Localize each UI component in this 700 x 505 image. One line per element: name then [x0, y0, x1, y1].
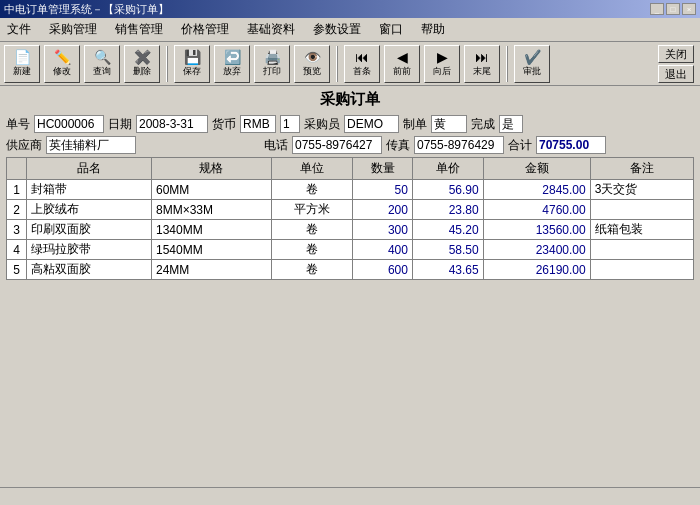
- next-label: 向后: [433, 65, 451, 78]
- maker-label: 制单: [403, 116, 427, 133]
- prev-button[interactable]: ◀ 前前: [384, 45, 420, 83]
- menu-params[interactable]: 参数设置: [310, 20, 364, 39]
- cell-unit: 卷: [271, 180, 353, 200]
- cell-unit: 卷: [271, 260, 353, 280]
- table-row[interactable]: 3 印刷双面胶 1340MM 卷 300 45.20 13560.00 纸箱包装: [7, 220, 694, 240]
- cell-spec: 1340MM: [152, 220, 272, 240]
- cell-qty: 400: [353, 240, 413, 260]
- delete-label: 删除: [133, 65, 151, 78]
- complete-input[interactable]: [499, 115, 523, 133]
- cell-amount: 13560.00: [483, 220, 590, 240]
- title-bar-controls: _ □ ×: [650, 3, 696, 15]
- order-no-label: 单号: [6, 116, 30, 133]
- col-header-no: [7, 158, 27, 180]
- maximize-button[interactable]: □: [666, 3, 680, 15]
- maker-input[interactable]: [431, 115, 467, 133]
- cell-unit: 卷: [271, 220, 353, 240]
- content-area: 采购订单 单号 日期 货币 采购员 制单 完成 供应商 电话 传真 合计: [0, 86, 700, 505]
- delete-button[interactable]: ✖️ 删除: [124, 45, 160, 83]
- buyer-input[interactable]: [344, 115, 399, 133]
- table-row[interactable]: 5 高粘双面胶 24MM 卷 600 43.65 26190.00: [7, 260, 694, 280]
- minimize-button[interactable]: _: [650, 3, 664, 15]
- search-button[interactable]: 🔍 查询: [84, 45, 120, 83]
- cell-no: 3: [7, 220, 27, 240]
- cell-qty: 300: [353, 220, 413, 240]
- approve-button[interactable]: ✔️ 审批: [514, 45, 550, 83]
- currency-rate-input[interactable]: [280, 115, 300, 133]
- close-button[interactable]: ×: [682, 3, 696, 15]
- cell-remark: [590, 200, 693, 220]
- preview-label: 预览: [303, 65, 321, 78]
- save-icon: 💾: [184, 50, 201, 64]
- sep2: [336, 46, 338, 82]
- new-button[interactable]: 📄 新建: [4, 45, 40, 83]
- new-label: 新建: [13, 65, 31, 78]
- cell-qty: 600: [353, 260, 413, 280]
- col-header-price: 单价: [412, 158, 483, 180]
- print-button[interactable]: 🖨️ 打印: [254, 45, 290, 83]
- cell-qty: 50: [353, 180, 413, 200]
- cancel-label: 放弃: [223, 65, 241, 78]
- col-header-qty: 数量: [353, 158, 413, 180]
- menu-window[interactable]: 窗口: [376, 20, 406, 39]
- window-title: 中电订单管理系统－【采购订单】: [4, 2, 169, 17]
- approve-icon: ✔️: [524, 50, 541, 64]
- currency-label: 货币: [212, 116, 236, 133]
- menu-sales[interactable]: 销售管理: [112, 20, 166, 39]
- first-label: 首条: [353, 65, 371, 78]
- form-row-1: 单号 日期 货币 采购员 制单 完成: [6, 115, 694, 133]
- menu-base[interactable]: 基础资料: [244, 20, 298, 39]
- total-label: 合计: [508, 137, 532, 154]
- col-header-name: 品名: [27, 158, 152, 180]
- save-label: 保存: [183, 65, 201, 78]
- fax-input[interactable]: [414, 136, 504, 154]
- preview-icon: 👁️: [304, 50, 321, 64]
- cell-qty: 200: [353, 200, 413, 220]
- supplier-input[interactable]: [46, 136, 136, 154]
- prev-label: 前前: [393, 65, 411, 78]
- menu-file[interactable]: 文件: [4, 20, 34, 39]
- table-row[interactable]: 4 绿玛拉胶带 1540MM 卷 400 58.50 23400.00: [7, 240, 694, 260]
- order-no-input[interactable]: [34, 115, 104, 133]
- edit-button[interactable]: ✏️ 修改: [44, 45, 80, 83]
- phone-label: 电话: [264, 137, 288, 154]
- last-button[interactable]: ⏭ 末尾: [464, 45, 500, 83]
- cell-remark: 3天交货: [590, 180, 693, 200]
- first-button[interactable]: ⏮ 首条: [344, 45, 380, 83]
- col-header-unit: 单位: [271, 158, 353, 180]
- date-label: 日期: [108, 116, 132, 133]
- table-row[interactable]: 2 上胶绒布 8MM×33M 平方米 200 23.80 4760.00: [7, 200, 694, 220]
- cell-name: 绿玛拉胶带: [27, 240, 152, 260]
- sep1: [166, 46, 168, 82]
- cell-no: 4: [7, 240, 27, 260]
- print-label: 打印: [263, 65, 281, 78]
- cell-amount: 4760.00: [483, 200, 590, 220]
- save-button[interactable]: 💾 保存: [174, 45, 210, 83]
- close-window-button[interactable]: 关闭: [658, 45, 694, 63]
- preview-button[interactable]: 👁️ 预览: [294, 45, 330, 83]
- last-icon: ⏭: [475, 50, 489, 64]
- phone-input[interactable]: [292, 136, 382, 154]
- cancel-icon: ↩️: [224, 50, 241, 64]
- cancel-button[interactable]: ↩️ 放弃: [214, 45, 250, 83]
- table-row[interactable]: 1 封箱带 60MM 卷 50 56.90 2845.00 3天交货: [7, 180, 694, 200]
- cell-price: 56.90: [412, 180, 483, 200]
- date-input[interactable]: [136, 115, 208, 133]
- status-bar: [0, 487, 700, 505]
- print-icon: 🖨️: [264, 50, 281, 64]
- cell-spec: 8MM×33M: [152, 200, 272, 220]
- cell-remark: [590, 240, 693, 260]
- exit-button[interactable]: 退出: [658, 65, 694, 83]
- last-label: 末尾: [473, 65, 491, 78]
- menu-help[interactable]: 帮助: [418, 20, 448, 39]
- total-input[interactable]: [536, 136, 606, 154]
- page-title: 采购订单: [6, 90, 694, 109]
- menu-purchase[interactable]: 采购管理: [46, 20, 100, 39]
- cell-name: 高粘双面胶: [27, 260, 152, 280]
- currency-input[interactable]: [240, 115, 276, 133]
- cell-unit: 平方米: [271, 200, 353, 220]
- cell-amount: 23400.00: [483, 240, 590, 260]
- col-header-amount: 金额: [483, 158, 590, 180]
- next-button[interactable]: ▶ 向后: [424, 45, 460, 83]
- menu-price[interactable]: 价格管理: [178, 20, 232, 39]
